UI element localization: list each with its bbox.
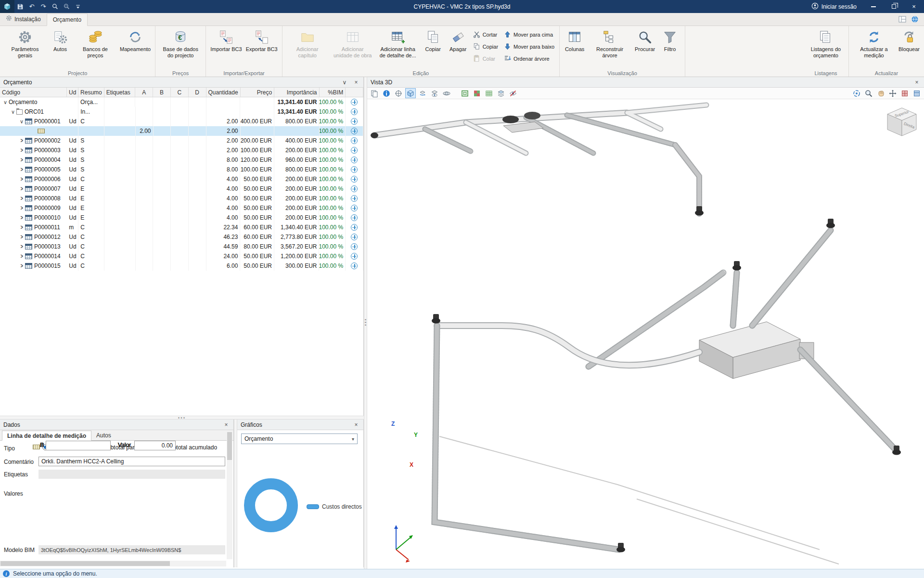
window-layout-icon[interactable] <box>897 14 908 24</box>
col-etiquetas[interactable]: Etiquetas <box>104 88 136 97</box>
close-panel-icon[interactable]: × <box>222 421 230 429</box>
restore-button[interactable] <box>884 0 904 13</box>
importar-bc3-button[interactable]: Importar BC3 <box>208 27 244 53</box>
bim-plus-icon[interactable] <box>351 253 358 260</box>
expand-icon[interactable] <box>18 244 25 250</box>
actualizar-medicao-button[interactable]: Actualizar a medição <box>851 27 897 58</box>
etiquetas-field[interactable] <box>38 470 225 479</box>
base-dados-button[interactable]: € Base de dados do projecto <box>158 27 203 58</box>
table-row[interactable]: P0000003 Ud S 2.00 100.00 EUR 200.00 EUR… <box>0 145 363 155</box>
expand-icon[interactable] <box>18 138 25 144</box>
valor-value-input[interactable]: 0.00 <box>134 441 176 450</box>
autos-button[interactable]: Autos <box>48 27 73 53</box>
table-row[interactable]: P0000015 Ud C 6.00 50.00 EUR 300.00 EUR … <box>0 261 363 271</box>
login-button[interactable]: Iniciar sessão <box>805 2 863 11</box>
tab-linha-detalhe[interactable]: Linha de detalhe de medição <box>2 431 91 441</box>
table-row[interactable]: P0000006 Ud C 4.00 50.00 EUR 200.00 EUR … <box>0 174 363 184</box>
expand-icon[interactable] <box>2 99 9 105</box>
colunas-button[interactable]: Colunas <box>562 27 587 53</box>
col-quantidade[interactable]: Quantidade <box>206 88 241 97</box>
col-c[interactable]: C <box>171 88 189 97</box>
globe-icon[interactable] <box>910 14 920 24</box>
col-ud[interactable]: Ud <box>67 88 78 97</box>
bim-plus-icon[interactable] <box>351 263 358 269</box>
vista-3d-canvas[interactable]: Z Y X Superior Direita <box>367 99 924 568</box>
table-row[interactable]: P0000013 Ud C 44.59 80.00 EUR 3,567.20 E… <box>0 242 363 251</box>
expand-icon[interactable] <box>18 215 25 221</box>
expand-icon[interactable] <box>18 176 25 182</box>
bim-plus-icon[interactable] <box>351 234 358 240</box>
blue-views-icon[interactable] <box>911 88 922 98</box>
copiar-button[interactable]: Copiar <box>421 27 446 53</box>
minimize-button[interactable] <box>863 0 884 13</box>
dados-vertical-scrollbar[interactable] <box>227 431 232 559</box>
isolate-view-icon[interactable] <box>429 88 440 98</box>
col-resumo[interactable]: Resumo <box>78 88 104 97</box>
bim-plus-icon[interactable] <box>351 205 358 211</box>
filtro-button[interactable]: Filtro <box>657 27 682 53</box>
bim-plus-icon[interactable] <box>351 147 358 154</box>
table-row[interactable]: P0000009 Ud E 4.00 50.00 EUR 200.00 EUR … <box>0 203 363 213</box>
view-cube-icon[interactable] <box>405 88 416 98</box>
orbit-icon[interactable] <box>441 88 452 98</box>
fit-view-icon[interactable] <box>851 88 862 98</box>
mapeamento-button[interactable]: Mapeamento <box>118 27 153 53</box>
bim-plus-icon[interactable] <box>351 108 358 115</box>
zoom-in-icon[interactable] <box>49 0 61 13</box>
redo-icon[interactable]: ↷ <box>38 0 49 13</box>
bim-plus-icon[interactable] <box>351 176 358 183</box>
col-codigo[interactable]: Código <box>0 88 67 97</box>
bim-plus-icon[interactable] <box>351 214 358 221</box>
bim-plus-icon[interactable] <box>351 157 358 163</box>
bloquear-button[interactable]: Bloquear <box>897 27 922 53</box>
expand-icon[interactable] <box>18 186 25 192</box>
expand-icon[interactable] <box>10 109 16 115</box>
bim-plus-icon[interactable] <box>351 243 358 250</box>
ordenar-arvore-button[interactable]: Ordenar árvore <box>501 53 557 64</box>
procurar-button[interactable]: Procurar <box>632 27 657 53</box>
expand-icon[interactable] <box>18 205 25 211</box>
bim-plus-icon[interactable] <box>351 166 358 173</box>
parametros-gerais-button[interactable]: Parâmetros gerais <box>2 27 48 58</box>
col-a[interactable]: A <box>135 88 153 97</box>
expand-icon[interactable] <box>18 157 25 163</box>
valor-expression-input[interactable] <box>46 441 111 450</box>
save-icon[interactable] <box>14 0 26 13</box>
table-row[interactable]: Orçamento Orça... 13,341.40 EUR 100.00 % <box>0 97 363 107</box>
materials-icon[interactable] <box>472 88 482 98</box>
measure-tool-icon[interactable] <box>393 88 404 98</box>
panels-splitter[interactable] <box>234 420 237 567</box>
col-preco[interactable]: Preço <box>241 88 275 97</box>
bim-plus-icon[interactable] <box>351 118 358 125</box>
layers-icon[interactable] <box>496 88 506 98</box>
view-cube[interactable]: Superior Direita <box>884 104 920 141</box>
table-row[interactable]: P0000007 Ud E 4.00 50.00 EUR 200.00 EUR … <box>0 184 363 194</box>
apagar-button[interactable]: Apagar <box>446 27 471 53</box>
col-d[interactable]: D <box>189 88 206 97</box>
table-row[interactable]: P0000002 Ud S 2.00 200.00 EUR 400.00 EUR… <box>0 136 363 145</box>
expand-icon[interactable] <box>18 253 25 259</box>
dados-horizontal-scrollbar[interactable] <box>0 561 226 566</box>
bim-plus-icon[interactable] <box>351 128 358 134</box>
table-row[interactable]: P0000011 m C 22.34 60.00 EUR 1,340.40 EU… <box>0 223 363 232</box>
horizontal-splitter[interactable]: ••• <box>0 416 364 420</box>
expand-icon[interactable] <box>18 263 25 269</box>
app-logo-icon[interactable] <box>0 0 14 13</box>
section-frame-icon[interactable] <box>460 88 470 98</box>
red-views-icon[interactable] <box>899 88 910 98</box>
mover-cima-button[interactable]: Mover para cima <box>501 29 557 40</box>
grid-table-icon[interactable] <box>484 88 494 98</box>
bim-plus-icon[interactable] <box>351 137 358 144</box>
tab-orcamento[interactable]: Orçamento <box>47 13 88 26</box>
pan-hand-icon[interactable] <box>875 88 886 98</box>
chart-selector[interactable]: Orçamento ▾ <box>241 434 358 444</box>
tab-autos[interactable]: Autos <box>91 430 116 440</box>
table-row[interactable]: 2.00 2.00 100.00 % <box>0 126 363 136</box>
comentario-input[interactable]: Orkli. Dantherm HCC2-A Celling <box>38 457 225 466</box>
adicionar-capitulo-button[interactable]: Adicionar capítulo <box>285 27 330 58</box>
table-row[interactable]: ORC01 In... 13,341.40 EUR 100.00 % <box>0 107 363 117</box>
exportar-bc3-button[interactable]: Exportar BC3 <box>244 27 280 53</box>
mover-baixo-button[interactable]: Mover para baixo <box>501 41 557 52</box>
close-panel-icon[interactable]: × <box>352 421 360 429</box>
adicionar-unidade-button[interactable]: Adicionar unidade de obra <box>330 27 375 58</box>
